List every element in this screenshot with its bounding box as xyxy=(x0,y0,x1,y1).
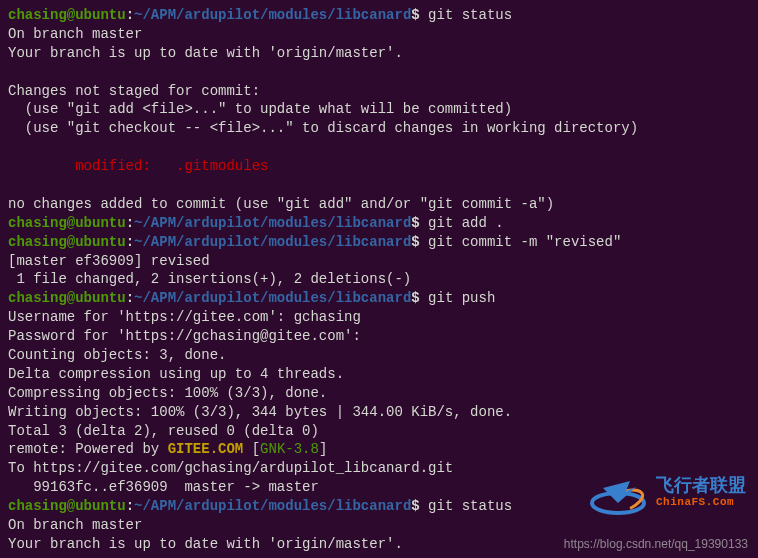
remote-pre: remote: Powered by xyxy=(8,441,168,457)
prompt-user: chasing@ubuntu xyxy=(8,234,126,250)
prompt-path: ~/APM/ardupilot/modules/libcanard xyxy=(134,7,411,23)
output-text: 1 file changed, 2 insertions(+), 2 delet… xyxy=(8,271,411,287)
output-text: Password for 'https://gchasing@gitee.com… xyxy=(8,328,361,344)
terminal-line: On branch master xyxy=(8,25,750,44)
terminal-line xyxy=(8,63,750,82)
terminal-line: Your branch is up to date with 'origin/m… xyxy=(8,44,750,63)
prompt-sep: : xyxy=(126,215,134,231)
terminal-line: chasing@ubuntu:~/APM/ardupilot/modules/l… xyxy=(8,233,750,252)
output-text: Your branch is up to date with 'origin/m… xyxy=(8,536,403,552)
modified-text: modified: .gitmodules xyxy=(8,158,268,174)
output-text: Writing objects: 100% (3/3), 344 bytes |… xyxy=(8,404,512,420)
output-text: Compressing objects: 100% (3/3), done. xyxy=(8,385,327,401)
bracket-open: [ xyxy=(243,441,260,457)
prompt-path: ~/APM/ardupilot/modules/libcanard xyxy=(134,290,411,306)
terminal-line: Changes not staged for commit: xyxy=(8,82,750,101)
logo-subtitle: ChinaFS.Com xyxy=(656,495,746,510)
prompt-path: ~/APM/ardupilot/modules/libcanard xyxy=(134,215,411,231)
output-text: Delta compression using up to 4 threads. xyxy=(8,366,344,382)
output-text: Total 3 (delta 2), reused 0 (delta 0) xyxy=(8,423,319,439)
prompt-user: chasing@ubuntu xyxy=(8,215,126,231)
output-text: On branch master xyxy=(8,517,142,533)
watermark-logo: 飞行者联盟 ChinaFS.Com xyxy=(588,463,746,523)
terminal-line: Counting objects: 3, done. xyxy=(8,346,750,365)
output-text: no changes added to commit (use "git add… xyxy=(8,196,554,212)
command-text: git push xyxy=(420,290,496,306)
terminal-line: Writing objects: 100% (3/3), 344 bytes |… xyxy=(8,403,750,422)
command-text: git status xyxy=(420,498,512,514)
terminal-line: (use "git checkout -- <file>..." to disc… xyxy=(8,119,750,138)
terminal-line: Compressing objects: 100% (3/3), done. xyxy=(8,384,750,403)
prompt-dollar: $ xyxy=(411,290,419,306)
terminal-line xyxy=(8,176,750,195)
command-text: git status xyxy=(420,7,512,23)
logo-text-box: 飞行者联盟 ChinaFS.Com xyxy=(656,476,746,511)
output-text: Your branch is up to date with 'origin/m… xyxy=(8,45,403,61)
bracket-close: ] xyxy=(319,441,327,457)
command-text: git commit -m "revised" xyxy=(420,234,622,250)
terminal-line: Total 3 (delta 2), reused 0 (delta 0) xyxy=(8,422,750,441)
output-text: Changes not staged for commit: xyxy=(8,83,260,99)
prompt-dollar: $ xyxy=(411,498,419,514)
prompt-sep: : xyxy=(126,234,134,250)
terminal-line xyxy=(8,554,750,558)
logo-icon xyxy=(588,463,648,523)
output-text: Username for 'https://gitee.com': gchasi… xyxy=(8,309,361,325)
output-text: (use "git checkout -- <file>..." to disc… xyxy=(8,120,638,136)
terminal-line: remote: Powered by GITEE.COM [GNK-3.8] xyxy=(8,440,750,459)
prompt-path: ~/APM/ardupilot/modules/libcanard xyxy=(134,234,411,250)
output-text: Counting objects: 3, done. xyxy=(8,347,226,363)
terminal-line: chasing@ubuntu:~/APM/ardupilot/modules/l… xyxy=(8,214,750,233)
terminal-line: modified: .gitmodules xyxy=(8,157,750,176)
terminal-line: Password for 'https://gchasing@gitee.com… xyxy=(8,327,750,346)
output-text: On branch master xyxy=(8,26,142,42)
prompt-dollar: $ xyxy=(411,7,419,23)
terminal-line: [master ef36909] revised xyxy=(8,252,750,271)
output-text: To https://gitee.com/gchasing/ardupilot_… xyxy=(8,460,453,476)
watermark-url: https://blog.csdn.net/qq_19390133 xyxy=(564,536,748,552)
terminal-line: Username for 'https://gitee.com': gchasi… xyxy=(8,308,750,327)
output-text: (use "git add <file>..." to update what … xyxy=(8,101,512,117)
prompt-user: chasing@ubuntu xyxy=(8,498,126,514)
output-text: 99163fc..ef36909 master -> master xyxy=(8,479,319,495)
output-text: [master ef36909] revised xyxy=(8,253,210,269)
prompt-sep: : xyxy=(126,498,134,514)
prompt-sep: : xyxy=(126,290,134,306)
terminal-line: Delta compression using up to 4 threads. xyxy=(8,365,750,384)
terminal-line: (use "git add <file>..." to update what … xyxy=(8,100,750,119)
terminal-line: chasing@ubuntu:~/APM/ardupilot/modules/l… xyxy=(8,6,750,25)
terminal-line xyxy=(8,138,750,157)
terminal-line: no changes added to commit (use "git add… xyxy=(8,195,750,214)
terminal-line: 1 file changed, 2 insertions(+), 2 delet… xyxy=(8,270,750,289)
terminal-line: chasing@ubuntu:~/APM/ardupilot/modules/l… xyxy=(8,289,750,308)
prompt-dollar: $ xyxy=(411,215,419,231)
prompt-sep: : xyxy=(126,7,134,23)
gnk-label: GNK-3.8 xyxy=(260,441,319,457)
gitee-brand: GITEE.COM xyxy=(168,441,244,457)
prompt-user: chasing@ubuntu xyxy=(8,290,126,306)
prompt-dollar: $ xyxy=(411,234,419,250)
prompt-path: ~/APM/ardupilot/modules/libcanard xyxy=(134,498,411,514)
logo-title: 飞行者联盟 xyxy=(656,476,746,496)
command-text: git add . xyxy=(420,215,504,231)
prompt-user: chasing@ubuntu xyxy=(8,7,126,23)
